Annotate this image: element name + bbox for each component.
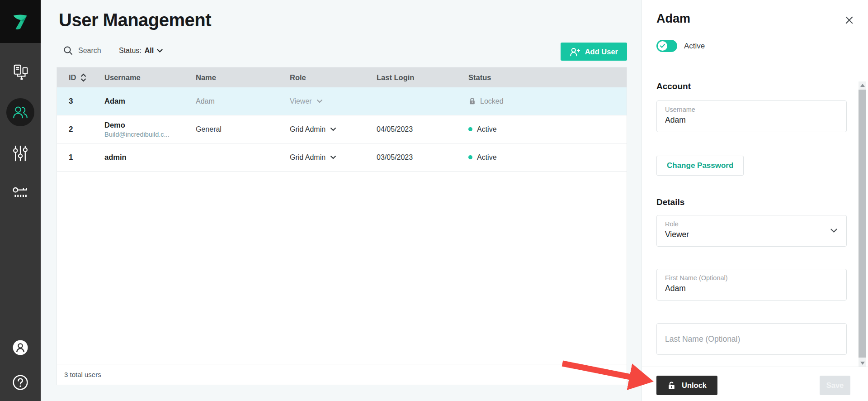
cell-last-login: 03/05/2023 [377, 153, 468, 162]
role-dropdown[interactable]: Grid Admin [290, 125, 377, 134]
sidebar-item-machines[interactable] [0, 63, 41, 81]
cell-id: 1 [64, 153, 104, 162]
main-content: User Management Search Status: All Add U… [41, 0, 642, 401]
last-name-field[interactable] [656, 323, 847, 355]
active-toggle-row: Active [656, 40, 705, 52]
table-empty-area [57, 172, 627, 364]
cell-username: Adam [104, 97, 196, 105]
settings-sliders-icon [12, 145, 28, 162]
chevron-down-icon [830, 229, 837, 233]
help-icon [12, 374, 28, 391]
cell-id: 3 [64, 97, 104, 106]
column-header-last-login[interactable]: Last Login [377, 73, 468, 82]
chevron-down-icon [330, 156, 336, 159]
role-dropdown[interactable]: Grid Admin [290, 153, 377, 162]
cell-status: Active [468, 125, 627, 134]
page-title: User Management [59, 10, 211, 30]
sort-icon[interactable] [80, 73, 86, 82]
table-header-row: ID Username Name Role Last Login Status [57, 67, 627, 87]
active-status-dot [468, 155, 472, 159]
cell-status: Locked [468, 97, 627, 105]
account-section-heading: Account [656, 81, 691, 91]
username-input[interactable] [665, 115, 838, 125]
column-header-username[interactable]: Username [104, 73, 196, 82]
cell-status: Active [468, 153, 627, 162]
first-name-field-label: First Name (Optional) [665, 274, 838, 282]
save-button[interactable]: Save [820, 376, 850, 395]
user-detail-panel: Adam Active Account Username Change Pass… [642, 0, 868, 401]
incredibuild-logo[interactable] [0, 0, 41, 43]
total-users-count: 3 total users [64, 371, 101, 378]
sidebar-item-account[interactable] [0, 339, 41, 356]
table-controls: Search Status: All Add User [41, 44, 642, 60]
details-section-heading: Details [656, 197, 684, 207]
role-select-field[interactable]: Role Viewer [656, 215, 847, 247]
first-name-input[interactable] [665, 284, 838, 293]
lock-icon [468, 97, 476, 105]
users-table: ID Username Name Role Last Login Status … [57, 67, 627, 385]
last-name-input[interactable] [665, 334, 838, 344]
panel-title: Adam [656, 12, 690, 26]
cell-username: Demo Build@incredibuild.c... [104, 121, 196, 138]
table-row-adam[interactable]: 3 Adam Adam Viewer Locked [57, 87, 627, 115]
chevron-down-icon [157, 49, 163, 53]
status-filter-dropdown[interactable]: Status: All [119, 47, 163, 55]
cell-name: Adam [196, 97, 290, 105]
check-icon [660, 43, 665, 48]
cell-last-login: 04/05/2023 [377, 125, 468, 134]
license-key-icon [11, 185, 29, 201]
unlock-button-label: Unlock [682, 381, 707, 390]
account-avatar-icon [12, 339, 28, 356]
unlock-button[interactable]: Unlock [656, 376, 717, 395]
scrollbar-down-arrow[interactable] [859, 359, 866, 367]
cell-username: admin [104, 153, 196, 162]
chevron-down-icon [317, 100, 322, 103]
username-field[interactable]: Username [656, 100, 847, 132]
status-filter-label: Status: [119, 47, 142, 55]
close-panel-button[interactable] [844, 14, 854, 25]
column-header-name[interactable]: Name [196, 73, 290, 82]
active-toggle-label: Active [684, 42, 705, 51]
build-machines-icon [12, 63, 29, 81]
sidebar [0, 0, 41, 401]
panel-scrollbar[interactable] [859, 81, 866, 367]
column-header-role[interactable]: Role [290, 73, 377, 82]
table-footer: 3 total users [57, 364, 627, 385]
table-row-admin[interactable]: 1 admin Grid Admin 03/05/2023 Active [57, 143, 627, 172]
active-status-dot [468, 127, 472, 131]
scrollbar-thumb[interactable] [859, 90, 866, 358]
scrollbar-up-arrow[interactable] [859, 81, 866, 89]
active-toggle[interactable] [656, 40, 677, 52]
unlock-icon [667, 381, 676, 390]
cell-id: 2 [64, 125, 104, 134]
chevron-down-icon [330, 128, 336, 131]
cell-email: Build@incredibuild.c... [104, 131, 196, 138]
panel-footer-divider [642, 367, 868, 367]
search-placeholder: Search [78, 47, 101, 55]
search-input[interactable]: Search [63, 46, 101, 55]
close-icon [845, 16, 854, 24]
role-field-value: Viewer [665, 230, 838, 239]
users-icon [12, 105, 28, 120]
username-field-label: Username [665, 106, 838, 113]
sidebar-item-users[interactable] [6, 98, 34, 126]
column-header-id[interactable]: ID [64, 73, 104, 82]
sidebar-item-settings[interactable] [0, 145, 41, 162]
cell-name: General [196, 125, 290, 134]
status-filter-value: All [145, 47, 154, 55]
add-user-label: Add User [585, 48, 618, 56]
add-user-icon [570, 47, 580, 57]
table-row-demo[interactable]: 2 Demo Build@incredibuild.c... General G… [57, 115, 627, 143]
column-header-status[interactable]: Status [468, 73, 627, 82]
role-field-label: Role [665, 220, 838, 228]
first-name-field[interactable]: First Name (Optional) [656, 269, 847, 301]
search-icon [63, 46, 73, 55]
incredibuild-logo-icon [10, 11, 31, 32]
toggle-knob [658, 41, 667, 51]
sidebar-item-licenses[interactable] [0, 185, 41, 201]
change-password-button[interactable]: Change Password [656, 156, 744, 176]
add-user-button[interactable]: Add User [561, 43, 627, 61]
sidebar-item-help[interactable] [0, 374, 41, 391]
role-dropdown[interactable]: Viewer [290, 97, 377, 105]
